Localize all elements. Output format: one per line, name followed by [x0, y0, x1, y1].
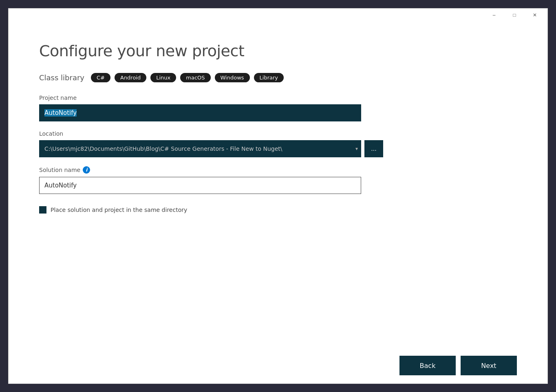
footer: Back Next — [9, 348, 547, 383]
title-bar: – □ ✕ — [9, 9, 547, 22]
place-solution-checkbox[interactable] — [39, 206, 46, 214]
close-button[interactable]: ✕ — [525, 9, 544, 22]
browse-button[interactable]: ... — [364, 140, 383, 157]
tag-library: Library — [254, 73, 284, 82]
tag-windows: Windows — [215, 73, 250, 82]
tag-linux: Linux — [150, 73, 176, 82]
location-input-wrapper: ▾ — [39, 140, 361, 157]
solution-name-label-row: Solution name i — [39, 166, 517, 174]
title-bar-buttons: – □ ✕ — [485, 9, 544, 22]
tag-macos: macOS — [180, 73, 210, 82]
class-library-row: Class library C# Android Linux macOS Win… — [39, 73, 517, 82]
location-row: ▾ ... — [39, 140, 517, 157]
tag-android: Android — [115, 73, 146, 82]
main-window: – □ ✕ Configure your new project Class l… — [8, 8, 548, 384]
content-area: Configure your new project Class library… — [9, 22, 547, 348]
project-name-group: Project name — [39, 95, 517, 121]
solution-name-input[interactable] — [39, 177, 361, 194]
checkbox-row: Place solution and project in the same d… — [39, 206, 517, 214]
location-label: Location — [39, 130, 517, 137]
project-name-label: Project name — [39, 95, 517, 101]
back-button[interactable]: Back — [399, 356, 456, 375]
minimize-button[interactable]: – — [485, 9, 503, 22]
info-icon[interactable]: i — [83, 166, 90, 174]
class-library-label: Class library — [39, 73, 84, 82]
page-title: Configure your new project — [39, 42, 517, 60]
solution-name-label: Solution name — [39, 167, 80, 173]
maximize-button[interactable]: □ — [505, 9, 524, 22]
solution-name-group: Solution name i — [39, 166, 517, 194]
project-name-input[interactable] — [39, 104, 361, 121]
location-input[interactable] — [39, 140, 361, 157]
checkbox-label: Place solution and project in the same d… — [51, 207, 187, 213]
location-group: Location ▾ ... — [39, 130, 517, 157]
tag-csharp: C# — [91, 73, 110, 82]
next-button[interactable]: Next — [461, 356, 517, 375]
